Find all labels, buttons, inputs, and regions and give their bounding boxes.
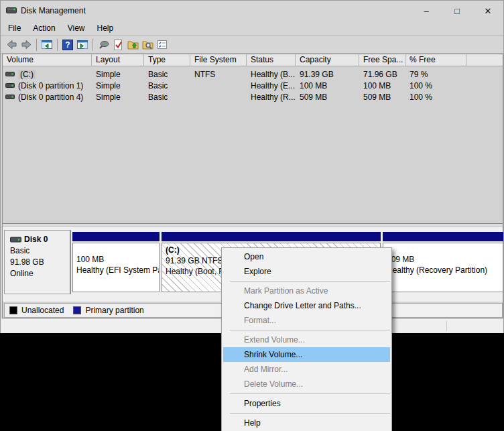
column-header-capacity[interactable]: Capacity	[296, 54, 359, 66]
partition-context-menu: Open Explore Mark Partition as Active Ch…	[221, 247, 392, 431]
menu-item-shrink-volume[interactable]: Shrink Volume...	[223, 347, 390, 362]
cell-status: Healthy (R...	[247, 93, 296, 102]
help-icon[interactable]: ?	[60, 38, 75, 52]
toolbar-separator	[36, 39, 37, 51]
volume-row-partition-1[interactable]: (Disk 0 partition 1) Simple Basic Health…	[3, 80, 503, 91]
cell-type: Basic	[144, 93, 190, 102]
window-title: Disk Management	[21, 6, 86, 15]
cell-free-space: 100 MB	[359, 81, 405, 90]
partition-size: 509 MB	[387, 255, 503, 264]
svg-text:?: ?	[65, 40, 70, 50]
status-bar-divider	[446, 321, 447, 331]
folder-find-icon[interactable]	[140, 38, 155, 52]
toolbar-separator	[57, 39, 58, 51]
maximize-button[interactable]: □	[442, 1, 472, 21]
folder-up-icon[interactable]	[125, 38, 140, 52]
menu-item-help[interactable]: Help	[222, 416, 391, 430]
menu-separator	[230, 281, 390, 282]
cell-capacity: 91.39 GB	[296, 70, 359, 79]
menu-view[interactable]: View	[62, 22, 91, 34]
disk-type: Basic	[10, 246, 70, 255]
volume-name: (Disk 0 partition 4)	[18, 93, 83, 102]
cell-status: Healthy (B...	[247, 70, 296, 79]
column-header-filler	[466, 54, 503, 66]
unallocated-swatch	[9, 306, 17, 314]
cell-capacity: 509 MB	[296, 93, 359, 102]
cell-pct-free: 79 %	[405, 70, 466, 79]
refresh-device-icon[interactable]	[96, 38, 111, 52]
cell-pct-free: 100 %	[405, 93, 466, 102]
column-header-status[interactable]: Status	[247, 54, 296, 66]
primary-partition-label: Primary partition	[85, 306, 143, 315]
desktop: Disk Management – □ ✕ File Action View H…	[0, 0, 504, 431]
menu-item-explore[interactable]: Explore	[222, 264, 391, 279]
menu-separator	[230, 393, 390, 394]
cell-type: Basic	[144, 81, 190, 90]
cell-status: Healthy (E...	[247, 81, 296, 90]
menu-bar: File Action View Help	[1, 21, 503, 36]
volume-disk-icon	[5, 94, 15, 100]
volume-name: (Disk 0 partition 1)	[18, 81, 83, 90]
volume-disk-icon	[5, 71, 15, 77]
menu-item-change-drive-letter[interactable]: Change Drive Letter and Paths...	[222, 298, 391, 313]
menu-separator	[230, 330, 390, 330]
column-header-file-system[interactable]: File System	[190, 54, 247, 66]
menu-item-open[interactable]: Open	[222, 249, 391, 264]
cell-free-space: 509 MB	[359, 93, 405, 102]
cell-layout: Simple	[92, 93, 144, 102]
cell-layout: Simple	[92, 81, 144, 90]
toolbar: ?	[1, 36, 503, 54]
forward-icon[interactable]	[19, 38, 34, 52]
column-header-layout[interactable]: Layout	[92, 54, 144, 66]
menu-separator	[230, 413, 390, 414]
cell-pct-free: 100 %	[405, 81, 466, 90]
volume-name: (C:)	[18, 70, 36, 79]
cell-free-space: 71.96 GB	[359, 70, 405, 79]
partition-color-bar	[72, 232, 160, 241]
unallocated-label: Unallocated	[21, 306, 64, 315]
column-header-pct-free[interactable]: % Free	[405, 54, 466, 66]
column-header-volume[interactable]: Volume	[3, 54, 92, 66]
show-console-tree-icon[interactable]	[40, 38, 54, 52]
disk-name: Disk 0	[24, 235, 48, 244]
close-button[interactable]: ✕	[472, 1, 503, 21]
properties-list-icon[interactable]	[155, 38, 170, 52]
column-header-free-space[interactable]: Free Spa...	[359, 54, 405, 66]
column-header-type[interactable]: Type	[144, 54, 190, 66]
volume-list-header: Volume Layout Type File System Status Ca…	[3, 54, 503, 66]
menu-item-add-mirror: Add Mirror...	[222, 362, 391, 377]
volume-row-partition-4[interactable]: (Disk 0 partition 4) Simple Basic Health…	[3, 91, 503, 103]
menu-item-delete-volume: Delete Volume...	[222, 377, 391, 391]
check-document-icon[interactable]	[111, 38, 125, 52]
menu-help[interactable]: Help	[91, 22, 120, 34]
menu-item-format: Format...	[222, 313, 391, 328]
partition-color-bar	[383, 232, 503, 241]
volume-disk-icon	[5, 82, 15, 88]
disk-0-header[interactable]: Disk 0 Basic 91.98 GB Online	[4, 230, 71, 294]
disk-icon	[10, 237, 21, 243]
toolbar-separator	[92, 39, 93, 51]
minimize-button[interactable]: –	[411, 1, 442, 21]
title-bar: Disk Management – □ ✕	[1, 1, 503, 21]
disk-status: Online	[10, 269, 70, 278]
menu-action[interactable]: Action	[27, 22, 61, 34]
cell-file-system: NTFS	[190, 70, 247, 79]
volume-row-c[interactable]: (C:) Simple Basic NTFS Healthy (B... 91.…	[3, 68, 503, 80]
partition-size: 100 MB	[76, 255, 159, 264]
menu-file[interactable]: File	[2, 22, 27, 34]
back-icon[interactable]	[4, 38, 19, 52]
disk-size: 91.98 GB	[10, 257, 70, 267]
cell-type: Basic	[144, 70, 190, 79]
primary-partition-swatch	[73, 306, 81, 314]
show-action-pane-icon[interactable]	[75, 38, 90, 52]
partition-status: Healthy (EFI System Pa	[76, 265, 159, 275]
menu-item-mark-partition-active: Mark Partition as Active	[222, 284, 391, 298]
partition-color-bar	[162, 232, 381, 241]
partition-status: Healthy (Recovery Partition)	[387, 265, 503, 275]
disk-management-app-icon	[6, 7, 17, 15]
menu-item-properties[interactable]: Properties	[222, 396, 391, 411]
volume-list-pane: Volume Layout Type File System Status Ca…	[3, 54, 503, 223]
menu-item-extend-volume: Extend Volume...	[222, 332, 391, 347]
cell-capacity: 100 MB	[296, 81, 359, 90]
cell-layout: Simple	[92, 70, 144, 79]
